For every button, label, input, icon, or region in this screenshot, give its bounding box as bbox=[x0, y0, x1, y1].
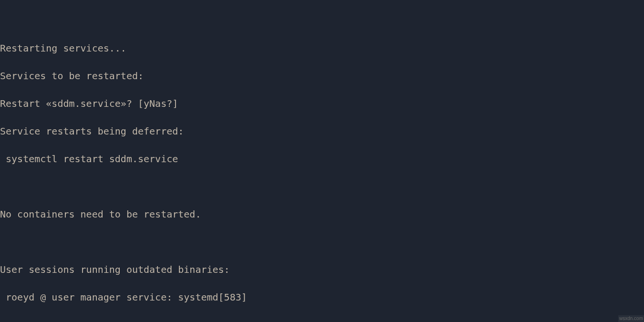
output-line: systemctl restart sddm.service bbox=[0, 152, 644, 166]
output-line bbox=[0, 14, 644, 28]
watermark: wsxdn.com bbox=[618, 315, 644, 322]
output-line: Services to be restarted: bbox=[0, 69, 644, 83]
output-line: No containers need to be restarted. bbox=[0, 208, 644, 221]
terminal-output[interactable]: Restarting services... Services to be re… bbox=[0, 0, 644, 322]
output-line: Restart «sddm.service»? [yNas?] bbox=[0, 97, 644, 111]
output-line bbox=[0, 235, 644, 249]
output-line: Restarting services... bbox=[0, 42, 644, 55]
output-line: User sessions running outdated binaries: bbox=[0, 263, 644, 277]
output-line: roeyd @ user manager service: systemd[58… bbox=[0, 291, 644, 304]
output-line: Service restarts being deferred: bbox=[0, 125, 644, 138]
output-line bbox=[0, 180, 644, 194]
output-line bbox=[0, 318, 644, 322]
